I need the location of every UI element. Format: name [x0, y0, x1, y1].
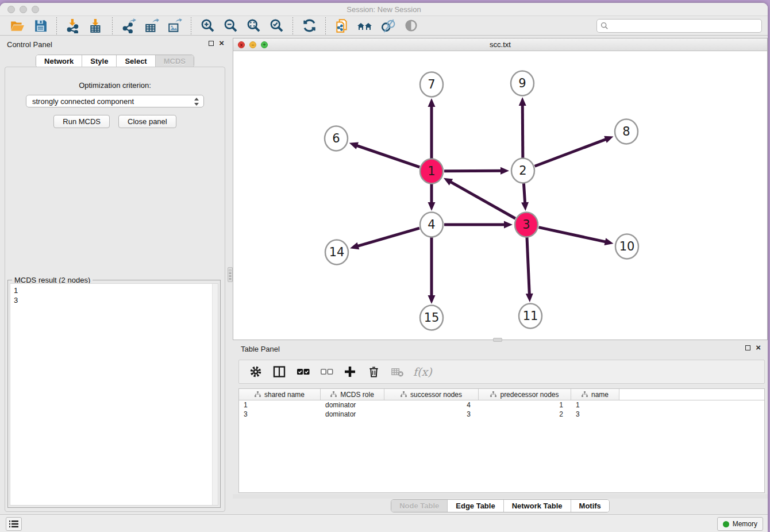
cell-0-3[interactable]: 1: [479, 400, 571, 410]
tab-network[interactable]: Network: [36, 55, 82, 67]
graph-edge-3-11[interactable]: [527, 237, 529, 295]
table-panel: Table Panel ×: [233, 342, 768, 514]
close-panel-button[interactable]: Close panel: [118, 115, 176, 128]
network-view-frame: x – + scc.txt 7968124314101511: [233, 38, 768, 340]
mcds-result-textarea[interactable]: 1 3: [10, 283, 218, 506]
show-columns-button[interactable]: [272, 364, 287, 379]
frame-resize-grip[interactable]: [493, 338, 502, 342]
cell-0-0[interactable]: 1: [239, 400, 321, 410]
add-column-button[interactable]: [342, 364, 357, 379]
hide-selected-icon: [380, 18, 395, 33]
node-table[interactable]: shared nameMCDS rolesuccessor nodesprede…: [238, 388, 765, 493]
column-sort-icon: [401, 391, 407, 398]
zoom-out-button[interactable]: [222, 17, 239, 34]
graph-node-label-2: 2: [519, 164, 526, 178]
clone-network-button[interactable]: [333, 17, 351, 34]
graph-arrowhead-2-9: [519, 97, 526, 106]
export-table-button[interactable]: [143, 17, 160, 34]
graph-arrowhead-4-15: [428, 295, 436, 304]
zoom-fit-button[interactable]: [245, 17, 262, 34]
graph-edge-3-10[interactable]: [538, 228, 606, 242]
import-table-button[interactable]: [87, 17, 105, 34]
deselect-all-button[interactable]: [319, 364, 334, 379]
select-all-button[interactable]: [295, 364, 310, 379]
save-session-button[interactable]: [32, 17, 49, 34]
cell-1-1[interactable]: dominator: [321, 410, 384, 419]
graph-edge-1-2[interactable]: [444, 171, 502, 171]
export-table-icon: [144, 18, 159, 33]
graph-arrowhead-1-2: [500, 167, 509, 175]
tab-network-table[interactable]: Network Table: [503, 500, 571, 512]
tab-motifs[interactable]: Motifs: [571, 500, 609, 512]
open-file-button[interactable]: [9, 17, 26, 34]
cell-1-4[interactable]: 3: [571, 410, 619, 419]
graph-edge-4-14[interactable]: [357, 228, 419, 246]
function-builder-button[interactable]: f(x): [413, 364, 432, 379]
column-header-2[interactable]: successor nodes: [384, 389, 479, 400]
cell-1-0[interactable]: 3: [239, 410, 321, 419]
table-row[interactable]: 1dominator411: [239, 400, 764, 410]
network-canvas[interactable]: 7968124314101511: [233, 51, 767, 340]
zoom-selected-button[interactable]: [268, 17, 285, 34]
table-tabs: Node Table Edge Table Network Table Moti…: [391, 499, 610, 512]
column-header-1[interactable]: MCDS role: [321, 389, 384, 400]
graph-edge-2-9[interactable]: [522, 105, 523, 158]
column-header-3[interactable]: predecessor nodes: [479, 389, 571, 400]
graph-edge-1-6[interactable]: [356, 145, 419, 167]
desktop-background: Session: New Session: [0, 0, 770, 532]
toolbar-separator: [56, 17, 57, 34]
task-history-button[interactable]: [6, 517, 22, 531]
table-settings-button[interactable]: [248, 364, 263, 379]
graph-edge-3-1[interactable]: [450, 182, 515, 218]
delete-table-button[interactable]: [390, 364, 405, 379]
graph-node-label-7: 7: [428, 78, 435, 91]
close-table-panel-icon[interactable]: ×: [756, 345, 761, 350]
memory-status-icon: [723, 521, 729, 527]
cell-0-1[interactable]: dominator: [321, 400, 384, 410]
run-mcds-button[interactable]: Run MCDS: [53, 115, 110, 128]
zoom-in-button[interactable]: [199, 17, 216, 34]
tab-node-table[interactable]: Node Table: [391, 500, 447, 512]
search-icon: [600, 22, 609, 30]
cell-1-2[interactable]: 3: [384, 410, 479, 419]
tab-select[interactable]: Select: [116, 55, 155, 67]
zoom-in-icon: [200, 18, 215, 33]
graph-node-label-15: 15: [424, 311, 440, 325]
column-header-4[interactable]: name: [571, 389, 619, 400]
show-all-button[interactable]: [402, 17, 419, 34]
optimization-criterion-select[interactable]: strongly connected component: [26, 95, 204, 107]
tab-style[interactable]: Style: [82, 55, 116, 67]
tab-mcds[interactable]: MCDS: [155, 55, 194, 67]
cell-0-2[interactable]: 4: [384, 400, 479, 410]
tab-edge-table[interactable]: Edge Table: [447, 500, 503, 512]
import-network-button[interactable]: [64, 17, 82, 34]
control-panel-header: Control Panel ×: [0, 39, 230, 52]
hide-selected-button[interactable]: [379, 17, 396, 34]
first-neighbors-button[interactable]: [356, 17, 374, 34]
memory-button[interactable]: Memory: [717, 517, 763, 531]
export-network-button[interactable]: [120, 17, 137, 34]
graph-edge-2-8[interactable]: [535, 139, 607, 166]
float-table-panel-icon[interactable]: [745, 345, 750, 350]
table-row[interactable]: 3dominator323: [239, 410, 764, 419]
cell-1-3[interactable]: 2: [479, 410, 571, 419]
float-panel-icon[interactable]: [209, 41, 214, 46]
column-sort-icon: [490, 391, 496, 398]
splitter-grip[interactable]: [228, 267, 233, 282]
graph-node-label-4: 4: [428, 218, 435, 232]
show-all-icon: [404, 18, 418, 33]
delete-column-button[interactable]: [366, 364, 381, 379]
graph-arrowhead-2-3: [521, 202, 529, 211]
search-container: [596, 19, 762, 33]
export-image-button[interactable]: [166, 17, 183, 34]
deselect-all-icon: [319, 365, 334, 379]
result-scrollbar[interactable]: [212, 284, 218, 505]
cell-0-4[interactable]: 1: [571, 400, 619, 410]
network-frame-titlebar[interactable]: x – + scc.txt: [233, 38, 767, 51]
close-panel-icon[interactable]: ×: [219, 40, 224, 46]
graph-edge-2-3[interactable]: [523, 183, 525, 203]
search-input[interactable]: [596, 19, 762, 33]
column-header-0[interactable]: shared name: [239, 389, 321, 400]
refresh-button[interactable]: [301, 17, 318, 34]
graph-arrowhead-1-6: [349, 142, 359, 149]
